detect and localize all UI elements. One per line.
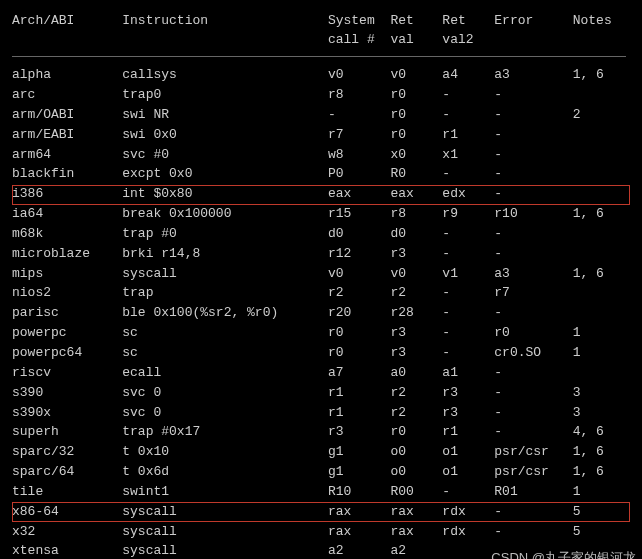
cell-arch: riscv [12, 363, 122, 383]
ret-l2: val [390, 32, 413, 47]
cell-instr: sc [122, 344, 328, 364]
cell-sysnum: R10 [328, 482, 391, 502]
cell-err: - [494, 244, 572, 264]
cell-arch: arm/OABI [12, 105, 122, 125]
cell-ret2: v1 [442, 264, 494, 284]
cell-arch: m68k [12, 224, 122, 244]
cell-err: cr0.SO [494, 344, 572, 364]
cell-ret: v0 [390, 66, 442, 86]
cell-err: r0 [494, 324, 572, 344]
cell-notes: 4, 6 [573, 423, 630, 443]
table-row: riscvecalla7a0a1- [12, 363, 630, 383]
cell-instr: syscall [122, 522, 328, 542]
cell-sysnum: P0 [328, 165, 391, 185]
syscall-conventions-table: Arch/ABI Instruction System call # Ret v… [12, 12, 630, 559]
cell-ret: r3 [390, 344, 442, 364]
cell-sysnum: r20 [328, 304, 391, 324]
cell-ret2: - [442, 105, 494, 125]
cell-arch: arm64 [12, 145, 122, 165]
cell-instr: svc 0 [122, 383, 328, 403]
sysnum-l2: call # [328, 32, 375, 47]
cell-ret2: - [442, 344, 494, 364]
cell-arch: nios2 [12, 284, 122, 304]
cell-notes: 1, 6 [573, 264, 630, 284]
table-row: tileswint1R10R00-R011 [12, 482, 630, 502]
cell-ret2: a1 [442, 363, 494, 383]
table-row: arm/EABIswi 0x0r7r0r1- [12, 125, 630, 145]
table-body: alphacallsysv0v0a4a31, 6arctrap0r8r0--ar… [12, 66, 630, 559]
cell-instr: ble 0x100(%sr2, %r0) [122, 304, 328, 324]
col-notes-header: Notes [573, 12, 630, 54]
cell-ret2: - [442, 86, 494, 106]
col-instr-header: Instruction [122, 12, 328, 54]
cell-notes: 1, 6 [573, 66, 630, 86]
cell-sysnum: d0 [328, 224, 391, 244]
table-row: ia64break 0x100000r15r8r9r101, 6 [12, 205, 630, 225]
cell-sysnum: g1 [328, 463, 391, 483]
cell-notes: 5 [573, 522, 630, 542]
cell-sysnum: rax [328, 522, 391, 542]
col-ret-header: Ret val [390, 12, 442, 54]
cell-err: a3 [494, 66, 572, 86]
cell-ret: v0 [390, 264, 442, 284]
cell-ret2: r3 [442, 383, 494, 403]
cell-instr: break 0x100000 [122, 205, 328, 225]
cell-notes [573, 145, 630, 165]
cell-err: - [494, 224, 572, 244]
cell-instr: excpt 0x0 [122, 165, 328, 185]
table-row: mipssyscallv0v0v1a31, 6 [12, 264, 630, 284]
cell-err: - [494, 125, 572, 145]
cell-err: - [494, 304, 572, 324]
cell-instr: trap0 [122, 86, 328, 106]
cell-instr: svc #0 [122, 145, 328, 165]
cell-instr: brki r14,8 [122, 244, 328, 264]
cell-sysnum: v0 [328, 66, 391, 86]
cell-instr: trap #0 [122, 224, 328, 244]
cell-instr: t 0x10 [122, 443, 328, 463]
cell-err: - [494, 86, 572, 106]
table-row: nios2trapr2r2-r7 [12, 284, 630, 304]
cell-ret: rax [390, 502, 442, 522]
table-row: powerpcscr0r3-r01 [12, 324, 630, 344]
cell-ret2: - [442, 244, 494, 264]
table-row: m68ktrap #0d0d0-- [12, 224, 630, 244]
cell-arch: sparc/32 [12, 443, 122, 463]
cell-ret: r0 [390, 125, 442, 145]
cell-notes: 1 [573, 344, 630, 364]
cell-sysnum: r3 [328, 423, 391, 443]
cell-ret: o0 [390, 463, 442, 483]
table-row: i386int $0x80eaxeaxedx- [12, 185, 630, 205]
cell-arch: powerpc64 [12, 344, 122, 364]
cell-instr: t 0x6d [122, 463, 328, 483]
cell-ret: r3 [390, 244, 442, 264]
cell-instr: int $0x80 [122, 185, 328, 205]
cell-ret2: r1 [442, 423, 494, 443]
cell-ret2: r3 [442, 403, 494, 423]
cell-notes: 1 [573, 482, 630, 502]
cell-notes: 1, 6 [573, 443, 630, 463]
table-row: arctrap0r8r0-- [12, 86, 630, 106]
cell-ret: r0 [390, 105, 442, 125]
cell-ret: a0 [390, 363, 442, 383]
cell-arch: i386 [12, 185, 122, 205]
cell-ret: o0 [390, 443, 442, 463]
cell-notes: 3 [573, 383, 630, 403]
cell-instr: svc 0 [122, 403, 328, 423]
cell-ret: R00 [390, 482, 442, 502]
cell-ret: rax [390, 522, 442, 542]
table-row: pariscble 0x100(%sr2, %r0)r20r28-- [12, 304, 630, 324]
cell-ret: r0 [390, 423, 442, 443]
cell-err: r7 [494, 284, 572, 304]
cell-arch: xtensa [12, 542, 122, 559]
table-row: x32syscallraxraxrdx-5 [12, 522, 630, 542]
table-row: x86-64syscallraxraxrdx-5 [12, 502, 630, 522]
cell-arch: x32 [12, 522, 122, 542]
cell-err: - [494, 522, 572, 542]
cell-err: R01 [494, 482, 572, 502]
cell-arch: tile [12, 482, 122, 502]
cell-ret2 [442, 542, 494, 559]
cell-ret2: edx [442, 185, 494, 205]
cell-notes [573, 185, 630, 205]
cell-arch: superh [12, 423, 122, 443]
cell-notes [573, 304, 630, 324]
